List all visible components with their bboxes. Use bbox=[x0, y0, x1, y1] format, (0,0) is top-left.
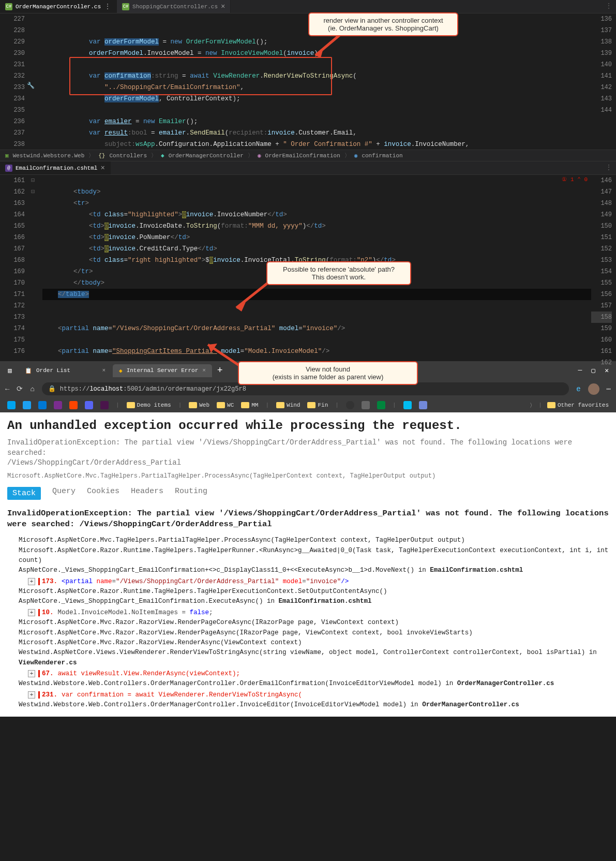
callout-1: render view in another controller contex… bbox=[308, 12, 458, 36]
tab-routing[interactable]: Routing bbox=[175, 487, 207, 500]
stack-frame: Westwind.Webstore.Web.Controllers.OrderM… bbox=[7, 679, 609, 689]
csharp-icon: C# bbox=[122, 3, 129, 10]
expand-icon[interactable]: + bbox=[28, 691, 35, 699]
stack-frame: Westwind.AspNetCore.Views.ViewRenderer.R… bbox=[7, 648, 609, 668]
bookmark-item[interactable] bbox=[67, 400, 80, 410]
line-gutter-2: 1611621631641651661671681691701711721731… bbox=[5, 175, 31, 361]
minimize-icon[interactable]: — bbox=[578, 366, 582, 375]
callout-2: Possible to reference 'absolute' path? T… bbox=[266, 261, 411, 285]
close-icon[interactable]: × bbox=[221, 3, 225, 11]
tab-shoppingcart[interactable]: C#ShoppingCartController.cs× bbox=[117, 0, 231, 13]
error-message: InvalidOperationException: The partial v… bbox=[7, 438, 609, 458]
bookmark-item[interactable] bbox=[21, 400, 33, 410]
warning-badge[interactable]: ① 1 ⌃ 0 bbox=[562, 176, 588, 183]
stack-frame: AspNetCore._Views_ShoppingCart_EmailConf… bbox=[7, 566, 609, 575]
warning-icon: ◆ bbox=[119, 367, 123, 374]
exception-title: InvalidOperationException: The partial v… bbox=[7, 508, 609, 530]
stack-frame: Microsoft.AspNetCore.Mvc.TagHelpers.Part… bbox=[7, 536, 609, 545]
error-page: An unhandled exception occurred while pr… bbox=[0, 412, 616, 717]
close-icon[interactable]: × bbox=[102, 367, 106, 374]
refresh-icon[interactable]: ⟳ bbox=[17, 384, 23, 393]
stack-frame: Microsoft.AspNetCore.Mvc.Razor.RazorView… bbox=[7, 618, 609, 628]
bookmark-folder[interactable]: Wind bbox=[274, 401, 302, 409]
csharp-icon: C# bbox=[5, 3, 12, 10]
expand-icon[interactable]: + bbox=[28, 578, 35, 585]
bookmark-item[interactable] bbox=[375, 400, 387, 410]
bookmark-item[interactable] bbox=[36, 400, 49, 410]
menu-icon[interactable]: ⋯ bbox=[607, 384, 611, 393]
other-favorites[interactable]: Other favorites bbox=[545, 401, 611, 409]
bookmarks-bar: | Demo items | Web WC MM | Wind Fin | | … bbox=[0, 398, 616, 412]
tab-overflow[interactable]: ⋮ bbox=[602, 161, 616, 174]
bookmark-folder[interactable]: Fin bbox=[305, 401, 330, 409]
right-line-gutter: 136137138139140141142143144 bbox=[591, 13, 616, 150]
tab-stack[interactable]: Stack bbox=[7, 487, 41, 500]
tab-overflow[interactable]: ⋮ bbox=[602, 0, 616, 13]
tab-emailconfirmation[interactable]: @EmailConfirmation.cshtml× bbox=[0, 161, 111, 174]
close-icon[interactable]: ⋮ bbox=[104, 2, 111, 11]
bookmark-item[interactable] bbox=[417, 400, 429, 410]
stack-frame: Microsoft.AspNetCore.Mvc.Razor.RazorView… bbox=[7, 628, 609, 638]
tab-label: ShoppingCartController.cs bbox=[132, 4, 218, 10]
bookmark-item[interactable] bbox=[83, 400, 95, 410]
stack-frame: Microsoft.AspNetCore.Razor.Runtime.TagHe… bbox=[7, 587, 609, 597]
project-icon: ▣ bbox=[5, 152, 9, 159]
bookmark-item[interactable] bbox=[52, 400, 64, 410]
error-location: /Views/ShoppingCart/OrderAddress_Partial bbox=[7, 458, 609, 468]
editor-tabs-top: C#OrderManagerController.cs⋮ C#ShoppingC… bbox=[0, 0, 616, 13]
tab-query[interactable]: Query bbox=[52, 487, 76, 500]
expand-icon[interactable]: + bbox=[28, 609, 35, 616]
stack-frame: AspNetCore._Views_ShoppingCart_EmailConf… bbox=[7, 597, 609, 606]
bookmark-folder[interactable]: MM bbox=[239, 401, 260, 409]
close-icon[interactable]: × bbox=[100, 164, 104, 172]
breadcrumb[interactable]: ▣Westwind.Webstore.Web 〉{}Controllers 〉◆… bbox=[0, 150, 616, 161]
razor-icon: @ bbox=[5, 165, 12, 172]
callout-3: View not found (exists in same folder as… bbox=[238, 361, 418, 385]
bookmark-item[interactable] bbox=[98, 400, 111, 410]
tab-headers[interactable]: Headers bbox=[131, 487, 163, 500]
browser-tab-error[interactable]: ◆Internal Server Error× bbox=[113, 364, 212, 377]
overflow-icon[interactable]: 〉 bbox=[530, 402, 535, 409]
stack-frame: Westwind.Webstore.Web.Controllers.OrderM… bbox=[7, 700, 609, 710]
bookmark-item[interactable] bbox=[401, 400, 414, 410]
home-icon[interactable]: ⌂ bbox=[30, 385, 34, 393]
browser-tab-orderlist[interactable]: 📋Order List× bbox=[19, 364, 112, 377]
error-heading: An unhandled exception occurred while pr… bbox=[7, 419, 609, 433]
bookmark-item[interactable] bbox=[344, 400, 356, 410]
avatar[interactable] bbox=[588, 383, 599, 395]
stack-trace: Microsoft.AspNetCore.Mvc.TagHelpers.Part… bbox=[7, 536, 609, 710]
svg-marker-2 bbox=[208, 344, 217, 353]
bookmark-item[interactable] bbox=[359, 400, 372, 410]
wrench-icon[interactable]: 🔧 bbox=[27, 82, 35, 90]
editor-tabs-razor: @EmailConfirmation.cshtml× ⋮ bbox=[0, 161, 616, 175]
fold-gutter-2[interactable]: ⊟⊟ bbox=[31, 175, 40, 361]
edge-icon[interactable]: e bbox=[576, 385, 580, 393]
right-line-gutter-2: 1461471481491501511521531541551561571581… bbox=[591, 175, 616, 361]
bookmark-folder[interactable]: Web bbox=[187, 401, 212, 409]
page-icon: 📋 bbox=[25, 367, 32, 374]
bookmark-folder[interactable]: WC bbox=[215, 401, 236, 409]
tab-label: EmailConfirmation.cshtml bbox=[16, 165, 97, 171]
tab-cookies[interactable]: Cookies bbox=[87, 487, 119, 500]
stack-frame: Microsoft.AspNetCore.Mvc.Razor.RazorView… bbox=[7, 638, 609, 648]
error-source: Microsoft.AspNetCore.Mvc.TagHelpers.Part… bbox=[7, 472, 609, 480]
tab-ordermanager[interactable]: C#OrderManagerController.cs⋮ bbox=[0, 0, 117, 13]
bookmark-folder[interactable]: Demo items bbox=[125, 401, 173, 409]
browser-window: ▤ 📋Order List× ◆Internal Server Error× +… bbox=[0, 361, 616, 717]
tab-label: OrderManagerController.cs bbox=[16, 4, 101, 10]
lock-icon: 🔒 bbox=[48, 385, 56, 393]
sidebar-toggle-icon[interactable]: ▤ bbox=[2, 367, 18, 375]
back-icon[interactable]: ← bbox=[5, 385, 9, 393]
stack-frame: Microsoft.AspNetCore.Razor.Runtime.TagHe… bbox=[7, 546, 609, 566]
bookmark-item[interactable] bbox=[5, 400, 18, 410]
expand-icon[interactable]: + bbox=[28, 670, 35, 677]
error-tabs: Stack Query Cookies Headers Routing bbox=[7, 487, 609, 500]
